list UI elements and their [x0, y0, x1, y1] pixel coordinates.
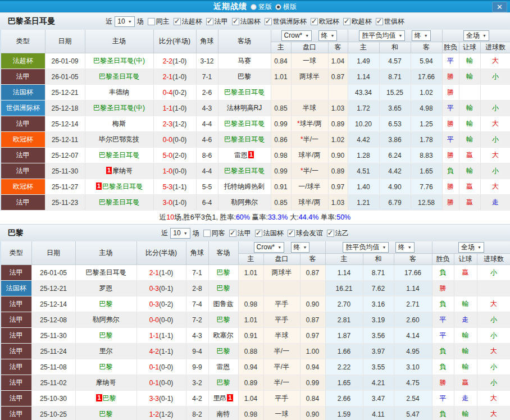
fullmatch-select[interactable]: 全场▼ [458, 242, 484, 253]
layout-option-label: 横版 [283, 2, 297, 12]
checkbox-icon[interactable] [343, 18, 350, 25]
avg-home: 1.28 [348, 148, 379, 163]
fulltime-score: 1-1 [163, 104, 172, 112]
chevron-down-icon: ▼ [382, 245, 386, 249]
league-checkbox-世俱杯[interactable]: 世俱杯 [376, 17, 404, 26]
match-date: 25-11-02 [31, 375, 75, 391]
result-goals: 大 [480, 116, 510, 132]
match-row: 法国杯25-12-21丰德纳0-4(0-2)2-6巴黎圣日耳曼43.3415.2… [1, 85, 510, 101]
home-team: 巴黎 [103, 394, 116, 402]
same-venue-checkbox[interactable]: 同主 [148, 17, 170, 26]
avg-away: 12.58 [411, 195, 442, 211]
match-count-select[interactable]: 10▼ [170, 228, 190, 239]
checkbox-icon[interactable] [265, 18, 272, 25]
odds-group-header: Crow*▼ 终▼ [271, 30, 348, 42]
fullmatch-select[interactable]: 全场▼ [463, 30, 489, 41]
final-odds-select[interactable]: 终▼ [318, 30, 338, 41]
fulltime-score: 0-3 [149, 285, 159, 293]
away-team-cell: 巴黎圣日耳曼 [218, 85, 271, 101]
league-checkbox-法乙[interactable]: 法乙 [327, 229, 349, 238]
league-checkbox-欧冠杯[interactable]: 欧冠杯 [311, 17, 339, 26]
checkbox-icon[interactable] [288, 230, 295, 237]
final-avg-select[interactable]: 终▼ [395, 242, 415, 253]
final-avg-select[interactable]: 终▼ [412, 30, 431, 41]
checkbox-icon[interactable] [376, 18, 383, 25]
corners: 4-2 [186, 391, 208, 407]
avg-home: 1.49 [348, 53, 379, 69]
league-checkbox-法国杯[interactable]: 法国杯 [255, 229, 284, 238]
match-score: 0-4(0-2) [153, 85, 196, 101]
col-handicap-result: 让球 [459, 42, 480, 53]
checkbox-icon[interactable] [174, 18, 181, 25]
crow-select[interactable]: Crow*▼ [254, 242, 285, 253]
result-handicap: 輸 [459, 53, 480, 69]
result-handicap [454, 281, 477, 296]
checkbox-icon[interactable] [255, 230, 262, 237]
match-count-select[interactable]: 10▼ [115, 16, 134, 27]
league-checkbox-法超杯[interactable]: 法超杯 [174, 17, 202, 26]
home-team: 巴黎圣日耳曼 [99, 151, 139, 159]
avg-select[interactable]: 胜平负均值▼ [343, 242, 389, 253]
league-checkbox-世俱洲际杯[interactable]: 世俱洲际杯 [265, 17, 307, 26]
checkbox-icon[interactable] [148, 18, 155, 25]
match-row: 法甲25-11-02摩纳哥0-1(0-0)3-2巴黎0.89半/一0.991.6… [1, 375, 510, 391]
odds-away: 1.03 [328, 195, 348, 211]
result-handicap: 贏 [459, 195, 480, 211]
layout-option-vertical[interactable]: 竖版 [251, 2, 272, 12]
match-date: 26-01-05 [31, 265, 75, 281]
avg-draw: 15.25 [379, 85, 411, 101]
result-goals: 大 [477, 407, 510, 420]
odds-home: 1.01 [238, 312, 263, 328]
yellow-card-badge: 1 [106, 167, 112, 174]
odds-home: 0.91 [238, 328, 263, 344]
avg-select[interactable]: 胜平负均值▼ [359, 30, 405, 41]
match-row: 法甲25-11-30巴黎1-1(1-1)4-3欧塞尔0.91半球0.971.87… [1, 328, 510, 344]
corners: 7-4 [186, 296, 208, 312]
checkbox-icon[interactable] [229, 230, 236, 237]
avg-away: 2.54 [394, 391, 432, 407]
away-team: 图鲁兹 [213, 300, 234, 308]
away-team-cell: 巴黎 [208, 344, 238, 359]
match-score: 0-0(0-0) [153, 132, 196, 148]
same-venue-checkbox[interactable]: 同客 [203, 229, 225, 238]
radio-icon[interactable] [251, 4, 257, 10]
avg-away: 1.02 [411, 85, 442, 101]
final-odds-select[interactable]: 终▼ [291, 242, 310, 253]
handicap-text: 半/一 [274, 378, 289, 386]
checkbox-icon[interactable] [232, 18, 239, 25]
odds-handicap [291, 85, 328, 101]
league-checkbox-欧超杯[interactable]: 欧超杯 [343, 17, 372, 26]
match-date: 25-10-30 [31, 391, 75, 407]
avg-away: 7.76 [411, 179, 442, 195]
checkbox-icon[interactable] [311, 18, 318, 25]
away-team: 巴黎圣日耳曼 [224, 167, 265, 175]
league-checkbox-法甲[interactable]: 法甲 [206, 17, 228, 26]
match-score: 5-3(1-1) [153, 179, 196, 195]
result-handicap: 走 [454, 391, 477, 407]
halftime-score: (0-0) [159, 316, 173, 324]
league-checkbox-法甲[interactable]: 法甲 [229, 229, 251, 238]
matches-label: 场 [137, 17, 144, 26]
chevron-down-icon: ▼ [128, 20, 132, 24]
checkbox-icon[interactable] [327, 230, 334, 237]
avg-away: 1.25 [411, 116, 442, 132]
corners: 4-3 [186, 328, 208, 344]
result-handicap: 贏 [454, 375, 477, 391]
layout-option-horizontal[interactable]: 横版 [275, 2, 297, 12]
checkbox-icon[interactable] [206, 18, 213, 25]
halftime-score: (0-1) [159, 285, 173, 293]
result-handicap: 輸 [459, 163, 480, 179]
chevron-down-icon: ▼ [184, 231, 188, 235]
result-handicap: 輸 [454, 359, 477, 375]
checkbox-icon[interactable] [203, 230, 211, 237]
odds-away: 0.97 [328, 179, 348, 195]
fulltime-score: 0-0 [163, 136, 172, 144]
match-score: 2-3(1-2) [153, 116, 196, 132]
away-team-cell: 巴黎 [208, 312, 238, 328]
avg-away: 8.83 [411, 148, 442, 163]
league-checkbox-法国杯[interactable]: 法国杯 [232, 17, 261, 26]
crow-select[interactable]: Crow*▼ [281, 30, 312, 41]
radio-checked-icon[interactable] [275, 4, 281, 10]
close-button[interactable]: ✕ [492, 2, 507, 12]
league-checkbox-球会友谊[interactable]: 球会友谊 [288, 229, 323, 238]
